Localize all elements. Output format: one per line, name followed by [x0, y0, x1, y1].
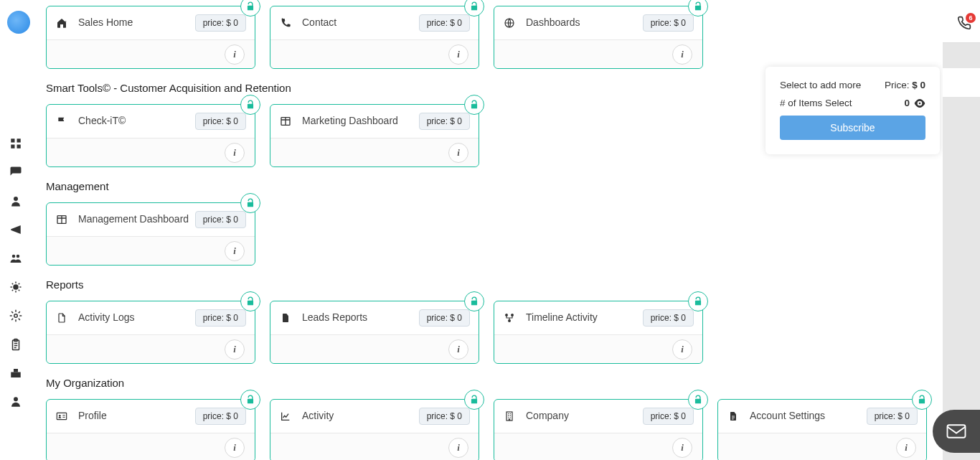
sidebar [0, 0, 32, 460]
sidebar-item-dashboard[interactable] [6, 133, 26, 154]
info-button[interactable]: i [225, 44, 245, 65]
info-button[interactable]: i [448, 44, 468, 65]
feature-card[interactable]: Contactprice: $ 0i [270, 6, 479, 69]
svg-point-28 [509, 320, 511, 322]
info-button[interactable]: i [896, 438, 916, 458]
price-pill: price: $ 0 [419, 408, 470, 425]
card-label: Management Dashboard [78, 213, 189, 226]
sidebar-item-settings[interactable] [6, 306, 26, 326]
info-button[interactable]: i [225, 241, 245, 261]
file-solid-icon [279, 311, 292, 324]
info-button[interactable]: i [448, 339, 468, 360]
feature-card[interactable]: Sales Homeprice: $ 0i [46, 6, 255, 69]
unlock-icon[interactable] [240, 193, 260, 213]
columns-icon [279, 115, 292, 128]
file-icon [55, 311, 68, 324]
sidebar-item-user[interactable] [6, 191, 26, 211]
feature-card[interactable]: Account Settingsprice: $ 0i [717, 399, 927, 460]
unlock-icon[interactable] [464, 291, 484, 311]
unlock-icon[interactable] [464, 0, 484, 17]
eye-icon[interactable] [914, 98, 925, 108]
sidebar-item-announce[interactable] [6, 220, 26, 240]
feature-card[interactable]: Companyprice: $ 0i [494, 399, 703, 460]
info-button[interactable]: i [672, 339, 692, 360]
phone-notification[interactable]: 6 [957, 16, 971, 30]
svg-point-4 [14, 197, 18, 201]
card-label: Account Settings [750, 410, 861, 423]
sidebar-item-clipboard[interactable] [6, 334, 26, 355]
price-pill: price: $ 0 [643, 408, 694, 425]
svg-rect-16 [695, 6, 701, 10]
info-button[interactable]: i [672, 44, 692, 65]
info-button[interactable]: i [225, 143, 245, 163]
card-label: Activity Logs [78, 311, 189, 324]
svg-point-27 [512, 314, 514, 316]
phone-icon [279, 17, 292, 29]
svg-point-5 [11, 255, 15, 258]
subscription-panel: Sales Homeprice: $ 0iContactprice: $ 0iD… [30, 0, 943, 460]
feature-card[interactable]: Management Dashboardprice: $ 0i [46, 202, 255, 266]
card-label: Marketing Dashboard [302, 115, 413, 128]
sidebar-item-group[interactable] [6, 248, 26, 268]
feature-card[interactable]: Leads Reportsprice: $ 0i [270, 301, 479, 364]
avatar [7, 11, 30, 34]
feature-card[interactable]: Check-iT©price: $ 0i [46, 104, 255, 167]
unlock-icon[interactable] [688, 0, 708, 17]
svg-rect-19 [471, 104, 477, 108]
card-label: Contact [302, 17, 413, 29]
cards-row: Sales Homeprice: $ 0iContactprice: $ 0iD… [46, 6, 927, 69]
svg-rect-35 [919, 399, 925, 403]
info-button[interactable]: i [225, 438, 245, 458]
svg-point-7 [13, 284, 19, 290]
cards-row: Management Dashboardprice: $ 0i [46, 202, 927, 266]
cards-row: Profileprice: $ 0iActivityprice: $ 0iCom… [46, 399, 927, 460]
feature-card[interactable]: Profileprice: $ 0i [46, 399, 255, 460]
building-icon [503, 410, 516, 423]
sidebar-item-bug[interactable] [6, 277, 26, 297]
summary-count: 0 [904, 98, 925, 108]
feature-card[interactable]: Activityprice: $ 0i [270, 399, 479, 460]
svg-rect-30 [57, 413, 66, 419]
chat-fab[interactable] [933, 410, 980, 453]
unlock-icon[interactable] [688, 291, 708, 311]
feature-card[interactable]: Marketing Dashboardprice: $ 0i [270, 104, 479, 167]
subscribe-button[interactable]: Subscribe [780, 116, 925, 140]
cards-row: Activity Logsprice: $ 0iLeads Reportspri… [46, 301, 927, 364]
info-button[interactable]: i [448, 143, 468, 163]
price-pill: price: $ 0 [867, 408, 918, 425]
sidebar-item-chat[interactable] [6, 162, 26, 182]
svg-rect-29 [248, 399, 253, 403]
info-button[interactable]: i [448, 438, 468, 458]
feature-card[interactable]: Dashboardsprice: $ 0i [494, 6, 703, 69]
feature-card[interactable]: Timeline Activityprice: $ 0i [494, 301, 703, 364]
unlock-icon[interactable] [912, 390, 932, 410]
svg-rect-23 [248, 301, 253, 305]
price-pill: price: $ 0 [643, 309, 694, 327]
unlock-icon[interactable] [464, 95, 484, 115]
card-label: Profile [78, 410, 189, 423]
unlock-icon[interactable] [688, 390, 708, 410]
svg-rect-37 [948, 425, 966, 438]
info-button[interactable]: i [225, 339, 245, 360]
chart-line-icon [279, 410, 292, 423]
info-button[interactable]: i [672, 438, 692, 458]
sidebar-item-person[interactable] [6, 392, 26, 412]
svg-point-36 [919, 103, 921, 105]
flag-icon [55, 115, 68, 128]
columns-icon [55, 213, 68, 226]
svg-point-31 [59, 415, 61, 417]
summary-count-label: # of Items Select [780, 98, 852, 108]
unlock-icon[interactable] [240, 291, 260, 311]
unlock-icon[interactable] [240, 95, 260, 115]
summary-select-label: Select to add more [780, 80, 861, 90]
unlock-icon[interactable] [240, 0, 260, 17]
unlock-icon[interactable] [240, 390, 260, 410]
svg-rect-1 [17, 139, 20, 142]
unlock-icon[interactable] [464, 390, 484, 410]
price-pill: price: $ 0 [195, 113, 246, 130]
card-label: Dashboards [526, 17, 637, 29]
svg-rect-33 [695, 399, 701, 403]
summary-box: Select to add more Price: $ 0 # of Items… [765, 67, 940, 154]
feature-card[interactable]: Activity Logsprice: $ 0i [46, 301, 255, 364]
sidebar-item-org[interactable] [6, 363, 26, 383]
